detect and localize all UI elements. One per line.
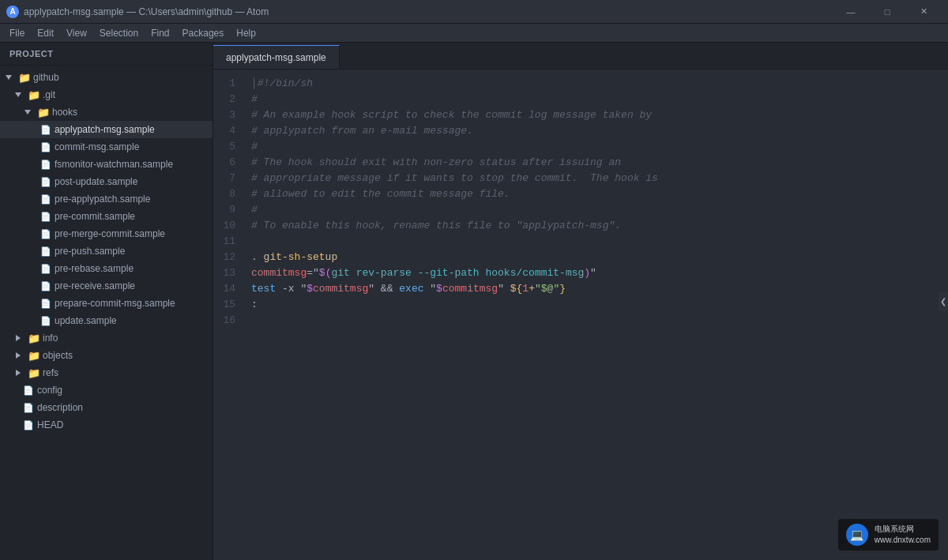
tabbar: applypatch-msg.sample (213, 43, 948, 70)
file-icon-head: 📄 (22, 419, 35, 431)
tree-label-pre-push: pre-push.sample (55, 246, 125, 257)
chevron-down-icon-hooks (22, 106, 35, 118)
code-line-3: # An example hook script to check the co… (251, 107, 948, 123)
code-line-1: │#!/bin/sh (251, 76, 948, 92)
code-line-12: . git-sh-setup (251, 250, 948, 265)
tree-item-update[interactable]: 📄 update.sample (0, 312, 213, 329)
menu-help[interactable]: Help (230, 26, 262, 40)
file-icon-pre-push: 📄 (40, 245, 52, 257)
line-numbers: 1 2 3 4 5 6 7 8 9 10 11 12 13 14 15 16 (213, 76, 245, 554)
tree-label-pre-rebase: pre-rebase.sample (55, 263, 134, 274)
editor-area: applypatch-msg.sample 1 2 3 4 5 6 7 8 9 … (213, 43, 948, 560)
chevron-down-icon (3, 71, 16, 84)
tree-item-commit-msg[interactable]: 📄 commit-msg.sample (0, 138, 213, 156)
code-line-4: # applypatch from an e-mail message. (251, 123, 948, 139)
folder-icon-info: 📁 (28, 332, 40, 344)
tree-item-fsmonitor[interactable]: 📄 fsmonitor-watchman.sample (0, 156, 213, 173)
menu-packages[interactable]: Packages (176, 26, 231, 40)
titlebar-left: A applypatch-msg.sample — C:\Users\admin… (6, 6, 269, 18)
maximize-button[interactable]: □ (869, 0, 905, 24)
file-icon-description: 📄 (22, 401, 35, 414)
main: Project 📁 github 📁 .git 📁 hooks (0, 43, 948, 560)
tree-item-pre-commit[interactable]: 📄 pre-commit.sample (0, 208, 213, 225)
tree-label-objects: objects (43, 350, 73, 361)
tree-label-update: update.sample (55, 315, 117, 326)
code-line-9: # (251, 202, 948, 218)
code-editor[interactable]: 1 2 3 4 5 6 7 8 9 10 11 12 13 14 15 16 │… (213, 70, 948, 560)
tree-item-post-update[interactable]: 📄 post-update.sample (0, 173, 213, 190)
tree-label-pre-commit: pre-commit.sample (55, 211, 135, 222)
chevron-down-icon-git (13, 88, 25, 101)
file-icon-commit-msg: 📄 (40, 141, 52, 153)
file-icon-update: 📄 (40, 314, 52, 327)
file-icon-pre-receive: 📄 (40, 280, 52, 292)
tab-label: applypatch-msg.sample (226, 52, 326, 63)
tree-item-pre-merge-commit[interactable]: 📄 pre-merge-commit.sample (0, 225, 213, 242)
tree-label-hooks: hooks (52, 107, 77, 118)
code-line-5: # (251, 139, 948, 155)
tree-item-description[interactable]: 📄 description (0, 399, 213, 416)
tree-item-objects[interactable]: 📁 objects (0, 347, 213, 364)
code-line-7: # appropriate message if it wants to sto… (251, 171, 948, 186)
code-line-11 (251, 234, 948, 250)
tree-label-head: HEAD (37, 419, 63, 430)
tree-label-commit-msg: commit-msg.sample (55, 141, 139, 152)
tree-item-applypatch-msg[interactable]: 📄 applypatch-msg.sample (0, 121, 213, 138)
tree-label-config: config (37, 385, 62, 396)
code-line-8: # allowed to edit the commit message fil… (251, 186, 948, 202)
tree-item-pre-rebase[interactable]: 📄 pre-rebase.sample (0, 260, 213, 277)
close-button[interactable]: ✕ (905, 0, 942, 24)
file-icon-pre-merge-commit: 📄 (40, 227, 52, 240)
watermark-site: www.dnxtw.com (875, 535, 931, 546)
menu-find[interactable]: Find (145, 26, 175, 40)
folder-icon-git: 📁 (28, 88, 40, 101)
file-icon-post-update: 📄 (40, 175, 52, 188)
tree-item-github[interactable]: 📁 github (0, 69, 213, 86)
tree-label-applypatch: applypatch-msg.sample (55, 124, 155, 135)
titlebar: A applypatch-msg.sample — C:\Users\admin… (0, 0, 948, 24)
folder-icon-objects: 📁 (28, 349, 40, 362)
tree-label-pre-merge-commit: pre-merge-commit.sample (55, 228, 165, 239)
tree-label-pre-applypatch: pre-applypatch.sample (55, 194, 150, 205)
menubar: File Edit View Selection Find Packages H… (0, 24, 948, 43)
menu-edit[interactable]: Edit (31, 26, 60, 40)
code-line-15: : (251, 297, 948, 313)
code-content: │#!/bin/sh # # An example hook script to… (245, 76, 948, 554)
tree-item-info[interactable]: 📁 info (0, 329, 213, 347)
code-line-13: commitmsg="$(git rev-parse --git-path ho… (251, 265, 948, 281)
collapse-toggle[interactable]: ❮ (939, 292, 948, 311)
file-icon-pre-rebase: 📄 (40, 262, 52, 275)
tree-item-pre-push[interactable]: 📄 pre-push.sample (0, 242, 213, 260)
minimize-button[interactable]: — (833, 0, 869, 24)
tree-item-head[interactable]: 📄 HEAD (0, 416, 213, 434)
menu-view[interactable]: View (60, 26, 93, 40)
folder-icon-refs: 📁 (28, 366, 40, 379)
tree-item-pre-applypatch[interactable]: 📄 pre-applypatch.sample (0, 190, 213, 208)
tree-label-pre-receive: pre-receive.sample (55, 280, 135, 291)
file-icon-prepare-commit-msg: 📄 (40, 297, 52, 310)
watermark-label: 电脑系统网 (875, 524, 931, 535)
tree-item-config[interactable]: 📄 config (0, 381, 213, 399)
chevron-right-icon-refs (13, 366, 25, 379)
menu-file[interactable]: File (3, 26, 31, 40)
file-icon-config: 📄 (22, 384, 35, 397)
tab-applypatch-msg[interactable]: applypatch-msg.sample (213, 45, 340, 69)
chevron-right-icon-info (13, 332, 25, 344)
code-line-16 (251, 313, 948, 329)
titlebar-controls: — □ ✕ (833, 0, 942, 24)
file-icon-fsmonitor: 📄 (40, 158, 52, 171)
code-line-10: # To enable this hook, rename this file … (251, 218, 948, 234)
tree-item-hooks[interactable]: 📁 hooks (0, 103, 213, 121)
tree-label-refs: refs (43, 367, 58, 378)
tree-item-git[interactable]: 📁 .git (0, 86, 213, 103)
file-tree: 📁 github 📁 .git 📁 hooks 📄 app (0, 66, 213, 560)
tree-label-github: github (33, 72, 59, 83)
code-line-2: # (251, 92, 948, 107)
tree-item-refs[interactable]: 📁 refs (0, 364, 213, 381)
tree-item-pre-receive[interactable]: 📄 pre-receive.sample (0, 277, 213, 295)
sidebar: Project 📁 github 📁 .git 📁 hooks (0, 43, 213, 560)
menu-selection[interactable]: Selection (93, 26, 145, 40)
code-line-6: # The hook should exit with non-zero sta… (251, 155, 948, 171)
folder-icon: 📁 (18, 71, 31, 84)
tree-item-prepare-commit-msg[interactable]: 📄 prepare-commit-msg.sample (0, 295, 213, 312)
